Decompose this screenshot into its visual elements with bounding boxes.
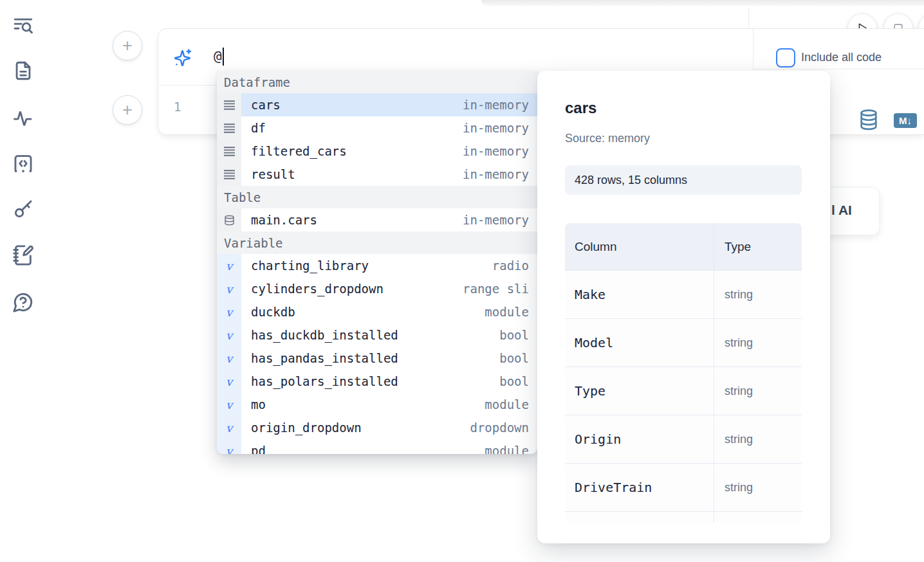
- text-cursor: [223, 48, 224, 66]
- autocomplete-item-pd[interactable]: v pd module: [217, 439, 537, 454]
- markdown-badge-icon[interactable]: M↓: [894, 113, 917, 128]
- variable-icon: v: [217, 347, 241, 370]
- ai-prompt-input[interactable]: @: [214, 47, 224, 66]
- variable-icon: v: [217, 370, 241, 393]
- variable-icon: v: [217, 393, 241, 416]
- dataframe-icon: [217, 140, 241, 163]
- autocomplete-item-charting-library[interactable]: v charting_library radio: [217, 254, 537, 277]
- header-column: Column: [565, 223, 714, 270]
- variable-icon: v: [217, 439, 241, 454]
- header-type: Type: [714, 223, 802, 270]
- notebook-pen-icon[interactable]: [12, 244, 34, 266]
- search-list-icon[interactable]: [12, 15, 34, 37]
- plus-icon: +: [122, 102, 133, 119]
- table-row: DriveTrain string: [565, 463, 802, 511]
- preview-schema-table: Column Type Make string Model string Typ…: [565, 223, 802, 523]
- preview-title: cars: [565, 99, 596, 117]
- table-row: Make string: [565, 270, 802, 318]
- previous-cell-bottom-edge: [481, 0, 924, 6]
- ai-prompt-value: @: [214, 49, 222, 64]
- help-chat-icon[interactable]: [12, 291, 34, 313]
- autocomplete-item-filtered-cars[interactable]: filtered_cars in-memory: [217, 140, 537, 163]
- autocomplete-item-duckdb[interactable]: v duckdb module: [217, 300, 537, 323]
- autocomplete-item-origin-dropdown[interactable]: v origin_dropdown dropdown: [217, 416, 537, 439]
- editor-line-number: 1: [174, 100, 181, 114]
- preview-source: Source: memory: [565, 132, 650, 145]
- previous-cell-divider: [748, 8, 749, 28]
- section-header-table: Table: [217, 186, 537, 208]
- activity-icon[interactable]: [12, 107, 34, 129]
- add-cell-button-bottom[interactable]: +: [113, 95, 142, 125]
- variable-icon: v: [217, 254, 241, 277]
- table-row: Type string: [565, 367, 802, 415]
- variable-icon: v: [217, 416, 241, 439]
- include-all-code-checkbox[interactable]: [776, 48, 795, 68]
- autocomplete-item-main-cars[interactable]: main.cars in-memory: [217, 208, 537, 231]
- key-icon[interactable]: [12, 198, 34, 220]
- add-cell-button-top[interactable]: +: [113, 31, 142, 60]
- autocomplete-item-has-polars-installed[interactable]: v has_polars_installed bool: [217, 370, 537, 393]
- table-database-icon: [217, 208, 241, 231]
- dataframe-icon: [217, 116, 241, 140]
- variable-icon: v: [217, 300, 241, 323]
- table-row: [565, 511, 802, 523]
- autocomplete-item-result[interactable]: result in-memory: [217, 163, 537, 186]
- autocomplete-item-has-duckdb-installed[interactable]: v has_duckdb_installed bool: [217, 323, 537, 347]
- database-toolbar-icon[interactable]: [859, 109, 878, 131]
- preview-shape-badge: 428 rows, 15 columns: [565, 165, 802, 195]
- notebook-screen: + + @ Include all code 1 M↓ l AI Datafra…: [0, 0, 924, 562]
- dataframe-preview-panel: cars Source: memory 428 rows, 15 columns…: [537, 71, 830, 543]
- plus-icon: +: [122, 37, 133, 55]
- autocomplete-item-has-pandas-installed[interactable]: v has_pandas_installed bool: [217, 347, 537, 370]
- autocomplete-item-df[interactable]: df in-memory: [217, 116, 537, 140]
- ai-action-label: l AI: [831, 203, 852, 218]
- autocomplete-dropdown: Dataframe cars in-memory df in-memory: [217, 71, 537, 454]
- autocomplete-item-mo[interactable]: v mo module: [217, 393, 537, 416]
- include-all-code-label: Include all code: [801, 51, 882, 64]
- dataframe-icon: [217, 163, 241, 186]
- code-snippet-icon[interactable]: [12, 152, 34, 174]
- table-header-row: Column Type: [565, 223, 802, 270]
- autocomplete-item-cylinders-dropdown[interactable]: v cylinders_dropdown range_sli: [217, 277, 537, 300]
- file-text-icon[interactable]: [12, 60, 34, 82]
- variable-icon: v: [217, 277, 241, 300]
- dataframe-icon: [217, 93, 241, 116]
- table-row: Origin string: [565, 415, 802, 463]
- variable-icon: v: [217, 323, 241, 347]
- section-header-dataframe: Dataframe: [217, 71, 537, 93]
- sparkles-ai-icon: [172, 48, 193, 68]
- table-row: Model string: [565, 318, 802, 367]
- section-header-variable: Variable: [217, 231, 537, 254]
- autocomplete-item-cars[interactable]: cars in-memory: [217, 93, 537, 116]
